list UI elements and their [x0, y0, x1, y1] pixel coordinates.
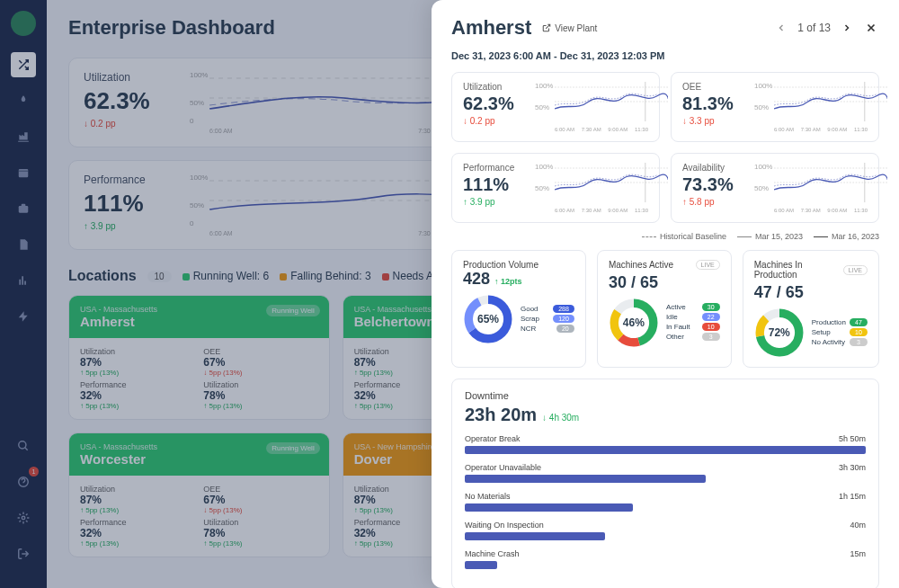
- sidebar-shuffle-icon[interactable]: [11, 52, 36, 77]
- stats-grid: Production Volume 428 ↑ 12pts 65% Good28…: [451, 250, 879, 368]
- legend-row: Good288: [521, 305, 574, 313]
- mini-metric-card: OEE81.3%↓ 3.3 pp 100%50% 6:00 AM7:30 AM9…: [671, 72, 879, 142]
- machines-in-production-card: Machines In ProductionLIVE 47 / 65 72% P…: [743, 250, 879, 368]
- downtime-card: Downtime 23h 20m↓ 4h 30m Operator Break5…: [451, 379, 879, 588]
- close-button[interactable]: [863, 20, 879, 36]
- production-volume-card: Production Volume 428 ↑ 12pts 65% Good28…: [451, 250, 586, 368]
- sidebar-bolt-icon[interactable]: [11, 304, 36, 329]
- active-donut: 46%: [609, 298, 659, 348]
- app-logo: [11, 11, 36, 36]
- metric-label: Utilization: [84, 71, 174, 84]
- view-plant-link[interactable]: View Plant: [542, 23, 597, 33]
- sidebar-document-icon[interactable]: [11, 232, 36, 257]
- metric-delta: ↓ 0.2 pp: [84, 119, 174, 129]
- svg-rect-0: [19, 169, 29, 177]
- sidebar-help-icon[interactable]: 1: [11, 469, 36, 494]
- sidebar-briefcase-icon[interactable]: [11, 196, 36, 221]
- legend-row: No Activity3: [812, 338, 868, 346]
- legend-row: Production47: [812, 318, 868, 326]
- svg-rect-1: [19, 206, 29, 213]
- legend-row: Other3: [666, 333, 720, 341]
- drawer-title: Amherst: [451, 16, 531, 40]
- metric-value: 111%: [84, 190, 174, 218]
- prev-button[interactable]: [774, 21, 788, 35]
- plant-detail-drawer: Amherst View Plant 1 of 13 Dec 31, 2023 …: [432, 0, 899, 588]
- next-button[interactable]: [840, 21, 854, 35]
- date-range: Dec 31, 2023 6:00 AM - Dec 31, 2023 12:0…: [451, 50, 879, 61]
- mini-metric-card: Utilization62.3%↓ 0.2 pp 100%50% 6:00 AM…: [451, 72, 660, 142]
- sidebar-search-icon[interactable]: [11, 433, 36, 459]
- baseline-legend: Historical Baseline Mar 15, 2023 Mar 16,…: [451, 232, 879, 241]
- sidebar-settings-icon[interactable]: [11, 505, 36, 530]
- downtime-row: Operator Unavailable3h 30m: [465, 463, 866, 483]
- legend-row: NCR20: [521, 325, 574, 333]
- locations-count: 10: [147, 271, 172, 282]
- live-badge: LIVE: [696, 260, 720, 270]
- sidebar-logout-icon[interactable]: [11, 541, 36, 566]
- mini-metric-card: Performance111%↑ 3.9 pp 100%50% 6:00 AM7…: [451, 153, 660, 223]
- legend-falling-behind: Falling Behind: 3: [280, 270, 370, 282]
- metric-label: Performance: [84, 174, 174, 186]
- production-donut: 65%: [463, 294, 513, 344]
- legend-row: Active30: [666, 303, 720, 311]
- downtime-row: Machine Crash15m: [465, 549, 866, 569]
- mini-metric-card: Availability73.3%↑ 5.8 pp 100%50% 6:00 A…: [671, 153, 879, 223]
- metric-mini-grid: Utilization62.3%↓ 0.2 pp 100%50% 6:00 AM…: [451, 72, 879, 223]
- location-card[interactable]: USA - MassachusettsWorcesterRunning Well…: [68, 432, 330, 557]
- svg-point-4: [22, 516, 25, 520]
- downtime-row: Waiting On Inspection40m: [465, 521, 866, 540]
- locations-title: Locations: [68, 268, 137, 284]
- legend-row: Idle22: [666, 313, 720, 321]
- sidebar: 1: [0, 0, 47, 588]
- sidebar-plant-icon[interactable]: [11, 88, 36, 113]
- live-badge: LIVE: [843, 265, 868, 275]
- downtime-row: No Materials1h 15m: [465, 492, 866, 512]
- downtime-row: Operator Break5h 50m: [465, 434, 866, 454]
- sidebar-chart-icon[interactable]: [11, 268, 36, 293]
- inprod-donut: 72%: [754, 307, 805, 358]
- sidebar-calendar-icon[interactable]: [11, 160, 36, 185]
- legend-running-well: Running Well: 6: [182, 270, 270, 282]
- machines-active-card: Machines ActiveLIVE 30 / 65 46% Active30…: [597, 250, 732, 368]
- sidebar-factory-icon[interactable]: [11, 124, 36, 149]
- alert-badge: 1: [29, 467, 39, 477]
- location-card[interactable]: USA - MassachusettsAmherstRunning Well U…: [68, 295, 330, 420]
- svg-point-2: [19, 441, 26, 449]
- pager-text: 1 of 13: [797, 22, 831, 34]
- metric-value: 62.3%: [84, 87, 174, 115]
- metric-delta: ↑ 3.9 pp: [84, 221, 174, 231]
- legend-row: Setup10: [812, 328, 868, 336]
- legend-row: Scrap120: [521, 315, 574, 323]
- legend-row: In Fault10: [666, 323, 720, 331]
